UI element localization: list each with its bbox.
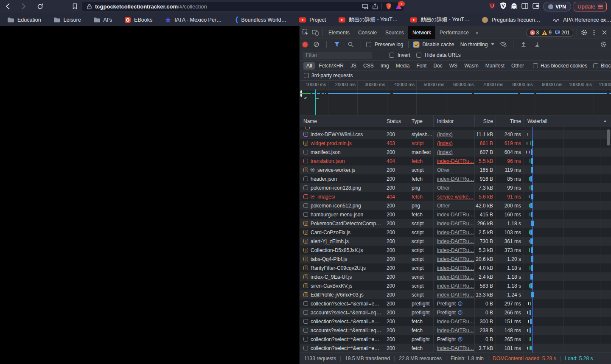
initiator-link[interactable]: index-DAtTRu…: [437, 238, 474, 244]
network-request-row[interactable]: {}Card-CoPzoFlx.js200scriptindex-DAtTRu……: [300, 228, 611, 237]
search-icon[interactable]: [345, 39, 356, 50]
has-blocked-cookies-checkbox[interactable]: [533, 63, 538, 68]
send-to-device-icon[interactable]: [362, 4, 369, 9]
third-party-checkbox[interactable]: [304, 73, 309, 78]
forward-icon[interactable]: [20, 3, 27, 10]
bookmark-item[interactable]: Preguntas frecuen…: [482, 17, 540, 23]
network-request-row[interactable]: {}service-worker.js200scriptOther165 B11…: [300, 165, 611, 174]
initiator-link[interactable]: index-DAtTRu…: [437, 256, 474, 262]
network-request-row[interactable]: {}siren-CavBvxKV.js200scriptindex-DAtTRu…: [300, 281, 611, 290]
filter-chip-wasm[interactable]: Wasm: [461, 62, 482, 70]
column-header-type[interactable]: Type: [408, 115, 434, 127]
bookmark-item[interactable]: AI's: [94, 17, 112, 23]
bookmark-item[interactable]: Leisure: [54, 17, 81, 23]
back-icon[interactable]: [4, 3, 11, 10]
filter-input[interactable]: [303, 52, 372, 59]
import-har-icon[interactable]: [519, 39, 529, 50]
filter-chip-all[interactable]: All: [303, 62, 315, 70]
initiator-link[interactable]: index-DAtTRu…: [437, 328, 474, 333]
reload-icon[interactable]: [36, 3, 43, 10]
bookmark-icon[interactable]: [71, 3, 78, 10]
column-header-initiator[interactable]: Initiator: [434, 115, 475, 127]
network-request-row[interactable]: collection?select=*&email=e…200preflight…: [300, 335, 611, 344]
bookmark-item[interactable]: 動画の詳細 - YouT…: [339, 16, 398, 23]
network-overview-timeline[interactable]: 10000 ms20000 ms30000 ms40000 ms50000 ms…: [300, 81, 611, 115]
bookmark-item[interactable]: Boundless World…: [235, 17, 287, 23]
network-request-row[interactable]: collection?select=*&email=e…200fetchinde…: [300, 344, 611, 353]
url-bar[interactable]: tcgpocketcollectiontracker.com/#/collect…: [82, 2, 404, 11]
filter-chip-font[interactable]: Font: [413, 62, 429, 70]
initiator-link[interactable]: index-DAtTRu…: [437, 158, 474, 164]
filter-chip-other[interactable]: Other: [508, 62, 527, 70]
share-icon[interactable]: [373, 3, 378, 9]
tab-elements[interactable]: Elements: [324, 26, 354, 39]
clear-network-log-icon[interactable]: [311, 39, 321, 50]
network-request-row[interactable]: translation.json404fetchindex-DAtTRu…5.5…: [300, 157, 611, 165]
initiator-link[interactable]: index-DAtTRu…: [437, 283, 474, 289]
initiator-link[interactable]: index-DAtTRu…: [437, 319, 474, 325]
filter-chip-doc[interactable]: Doc: [430, 62, 445, 70]
initiator-link[interactable]: index-DAtTRu…: [437, 221, 474, 227]
devtools-status-badges[interactable]: 3 9 201: [527, 29, 573, 36]
preserve-log-checkbox[interactable]: [366, 42, 371, 47]
shield-extension-icon[interactable]: [500, 2, 507, 9]
network-request-row[interactable]: accounts?select=*&email=eq…200preflightP…: [300, 308, 611, 317]
column-header-waterfall[interactable]: Waterfall: [524, 115, 611, 127]
network-request-row[interactable]: {}Collection-D5x85JsK.js200scriptindex-D…: [300, 246, 611, 255]
export-har-icon[interactable]: [532, 39, 542, 50]
tab-performance[interactable]: Performance: [435, 26, 473, 39]
initiator-link[interactable]: index-DAtTRu…: [437, 274, 474, 280]
tab-console[interactable]: Console: [354, 26, 381, 39]
initiator-link[interactable]: index-DAtTRu…: [437, 176, 474, 182]
filter-chip-ws[interactable]: WS: [446, 62, 460, 70]
bookmarks-overflow-icon[interactable]: »: [602, 17, 605, 23]
network-request-row[interactable]: pokemon-icon128.png200pngOther7.3 kB99 m…: [300, 183, 611, 192]
bookmark-item[interactable]: 動画の詳細 - YouT…: [410, 16, 469, 23]
vpn-button[interactable]: – VPN: [543, 2, 571, 11]
initiator-link[interactable]: service-worke…: [437, 194, 474, 200]
inspect-element-icon[interactable]: [300, 28, 310, 38]
network-request-row[interactable]: {}widget.prod.min.js403script(index)661 …: [300, 139, 611, 148]
initiator-link[interactable]: index-DAtTRu…: [437, 265, 474, 271]
initiator-link[interactable]: (index): [437, 132, 453, 137]
network-request-row[interactable]: manifest.json200manifest(index)607 B604 …: [300, 148, 611, 157]
filter-chip-css[interactable]: CSS: [360, 62, 377, 70]
bookmark-item[interactable]: Education: [8, 17, 41, 23]
network-request-row[interactable]: header.json200fetchindex-DAtTRu…916 B85 …: [300, 174, 611, 183]
network-request-row[interactable]: accounts?select=*&email=eq…200fetchindex…: [300, 326, 611, 335]
invert-checkbox[interactable]: [389, 53, 394, 58]
ghost-extension-icon[interactable]: [511, 3, 517, 9]
network-request-row[interactable]: {}alert-Yj_zElmh.js200scriptindex-DAtTRu…: [300, 237, 611, 246]
initiator-link[interactable]: (index): [437, 140, 453, 146]
column-header-time[interactable]: Time: [496, 115, 524, 127]
initiator-link[interactable]: index-DAtTRu…: [437, 345, 474, 351]
initiator-link[interactable]: (index): [437, 149, 453, 155]
column-header-status[interactable]: Status: [383, 115, 408, 127]
initiator-link[interactable]: index-DAtTRu…: [437, 247, 474, 253]
more-tabs-icon[interactable]: »: [473, 26, 481, 39]
network-request-row[interactable]: pokemon-icon512.png200pngOther42.0 kB200…: [300, 201, 611, 210]
network-request-row[interactable]: collection?select=*&email=e…200preflight…: [300, 299, 611, 308]
table-scrollbar[interactable]: [607, 129, 610, 146]
network-request-row[interactable]: images/404fetchservice-worke…5.6 kB91 ms: [300, 192, 611, 201]
network-conditions-icon[interactable]: [498, 39, 508, 50]
network-request-row[interactable]: {}RarityFilter-C09cqv2U.js200scriptindex…: [300, 263, 611, 272]
network-settings-icon[interactable]: [598, 39, 608, 50]
filter-chip-fetch-xhr[interactable]: Fetch/XHR: [316, 62, 347, 70]
network-request-row[interactable]: {}PokemonCardDetectorComp…200scriptindex…: [300, 219, 611, 228]
initiator-link[interactable]: index-DAtTRu…: [437, 292, 474, 298]
network-request-row[interactable]: {}index-C_9Ea-Uf.js200scriptindex-DAtTRu…: [300, 272, 611, 281]
wallet-extension-icon[interactable]: [533, 3, 539, 9]
column-header-size[interactable]: Size: [475, 115, 496, 127]
kebab-menu-icon[interactable]: [589, 28, 599, 38]
brave-shield-icon[interactable]: [386, 3, 392, 10]
filter-chip-manifest[interactable]: Manifest: [482, 62, 507, 70]
filter-funnel-icon[interactable]: [332, 39, 342, 50]
close-devtools-icon[interactable]: [599, 28, 609, 38]
initiator-link[interactable]: index-DAtTRu…: [437, 212, 474, 218]
bookmark-item[interactable]: Project: [299, 17, 326, 23]
filter-chip-media[interactable]: Media: [393, 62, 413, 70]
filter-chip-img[interactable]: Img: [378, 62, 392, 70]
hide-data-urls-checkbox[interactable]: [416, 53, 421, 58]
tab-network[interactable]: Network: [408, 26, 435, 39]
